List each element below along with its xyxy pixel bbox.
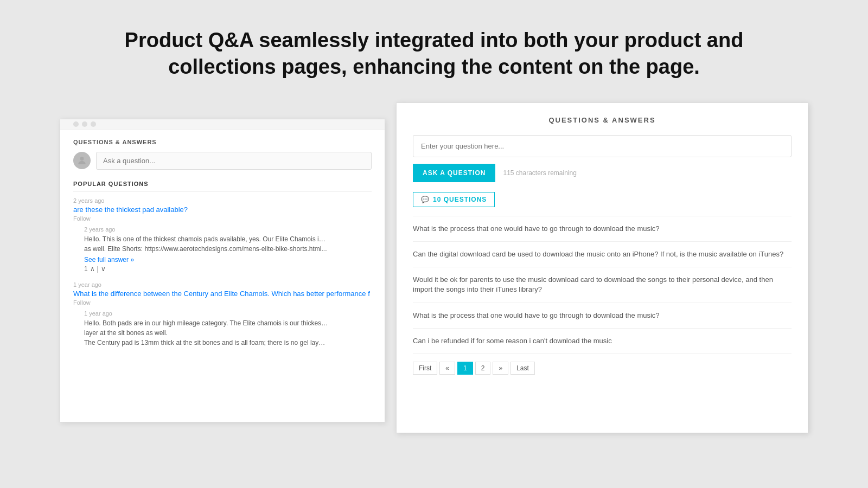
q1-text[interactable]: are these the thickest pad available? [73,206,372,214]
chars-remaining: 115 characters remaining [503,169,576,177]
q2-answer-meta: 1 year ago [84,310,372,317]
popular-title: POPULAR QUESTIONS [73,181,372,192]
q1-meta: 2 years ago [73,197,372,204]
q1-answer: 2 years ago Hello. This is one of the th… [84,226,372,273]
right-questions-list: What is the process that one would have … [413,216,792,354]
right-q-item-4: What is the process that one would have … [413,303,792,329]
right-q-item-5: Can i be refunded if for some reason i c… [413,329,792,354]
q2-answer: 1 year ago Hello. Both pads are in our h… [84,310,372,348]
page-prev-button[interactable]: « [439,362,455,375]
q1-answer-text: Hello. This is one of the thickest chamo… [84,234,328,244]
q1-votes: 1 ∧ | ∨ [84,265,372,273]
dot2 [82,121,87,127]
page-last-button[interactable]: Last [510,362,535,375]
q1-see-full[interactable]: See full answer » [84,256,372,264]
avatar [73,152,91,169]
down-icon[interactable]: ∨ [101,265,106,273]
page-1-button[interactable]: 1 [457,362,473,375]
page-2-button[interactable]: 2 [475,362,491,375]
q2-meta: 1 year ago [73,281,372,288]
pagination: First « 1 2 » Last [413,354,792,375]
question-input-right[interactable] [413,135,792,157]
q1-answer-meta: 2 years ago [84,226,372,233]
page-first-button[interactable]: First [413,362,437,375]
questions-tab[interactable]: 💬 10 QUESTIONS [413,192,495,207]
right-q-item-3: Would it be ok for parents to use the mu… [413,267,792,303]
ask-row-left [73,152,372,170]
left-section-title: QUESTIONS & ANSWERS [73,139,372,145]
q2-text[interactable]: What is the difference between the Centu… [73,290,372,298]
q1-follow[interactable]: Follow [73,215,372,222]
right-q-item-1: What is the process that one would have … [413,216,792,242]
q1-vote-count: 1 [84,265,88,273]
separator: | [97,265,99,273]
q2-answer-text: Hello. Both pads are in our high mileage… [84,318,328,328]
q2-answer-text3: The Century pad is 13mm thick at the sit… [84,338,328,348]
up-icon[interactable]: ∧ [90,265,95,273]
questions-tab-icon: 💬 [421,196,430,203]
q2-answer-text2: layer at the sit bones as well. [84,328,328,338]
right-q-item-2: Can the digital download card be used to… [413,242,792,267]
right-section-title: QUESTIONS & ANSWERS [413,116,792,124]
headline: Product Q&A seamlessly integrated into b… [125,27,744,81]
dot1 [73,121,79,127]
top-bar [60,119,385,130]
ask-input-left[interactable] [96,152,372,170]
ask-row-right: ASK A QUESTION 115 characters remaining [413,164,792,182]
headline-line1: Product Q&A seamlessly integrated into b… [125,29,744,52]
left-question-1: 2 years ago are these the thickest pad a… [73,197,372,273]
panels-container: QUESTIONS & ANSWERS POPULAR QUESTIONS 2 … [60,102,808,439]
ask-question-button[interactable]: ASK A QUESTION [413,164,495,182]
q1-answer-text2: as well. Elite Shorts: https://www.aerot… [84,244,328,254]
page-next-button[interactable]: » [493,362,508,375]
q2-follow[interactable]: Follow [73,299,372,306]
questions-tab-label: 10 QUESTIONS [433,196,487,203]
headline-line2: collections pages, enhancing the content… [168,55,700,78]
svg-point-0 [80,157,84,161]
dot3 [91,121,96,127]
right-panel: QUESTIONS & ANSWERS ASK A QUESTION 115 c… [396,102,808,433]
left-panel: QUESTIONS & ANSWERS POPULAR QUESTIONS 2 … [60,119,385,422]
left-question-2: 1 year ago What is the difference betwee… [73,281,372,348]
